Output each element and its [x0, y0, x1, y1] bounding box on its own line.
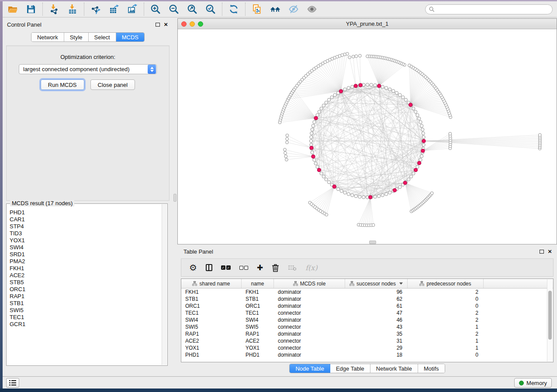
tab-edge-table[interactable]: Edge Table — [330, 364, 370, 373]
mcds-result-item[interactable]: CAR1 — [10, 216, 161, 223]
sort-indicator-icon — [399, 282, 403, 285]
cell-successor-nodes: 29 — [345, 345, 408, 351]
table-row[interactable]: FKH1FKH1dominator962 — [181, 289, 553, 296]
mcds-result-item[interactable]: FKH1 — [10, 265, 161, 272]
cell-MCDS-role: dominator — [274, 331, 345, 337]
zoom-out-icon[interactable] — [165, 2, 183, 16]
cell-name: ACE2 — [242, 338, 274, 344]
tab-mcds[interactable]: MCDS — [116, 33, 144, 41]
mcds-result-item[interactable]: STB1 — [10, 300, 161, 307]
export-network-icon[interactable] — [86, 2, 105, 16]
table-row[interactable]: SWI5SWI5connector431 — [181, 323, 553, 330]
vertical-splitter-handle[interactable] — [173, 194, 176, 202]
network-window-titlebar[interactable]: YPA_prune.txt_1 — [178, 19, 557, 29]
save-session-icon[interactable] — [22, 2, 40, 16]
mcds-result-item[interactable]: GCR1 — [10, 321, 161, 328]
zoom-in-icon[interactable] — [146, 2, 165, 16]
cell-shared-name: RAP1 — [181, 331, 242, 337]
table-row[interactable]: PHD1PHD1dominator180 — [181, 351, 553, 358]
cell-MCDS-role: dominator — [274, 296, 345, 302]
open-file-icon[interactable] — [3, 2, 22, 16]
search-icon — [429, 7, 435, 12]
table-row[interactable]: ORC1ORC1dominator610 — [181, 303, 553, 309]
memory-button[interactable]: Memory — [514, 378, 552, 388]
show-all-icon[interactable] — [303, 2, 321, 16]
column-header-name[interactable]: name — [242, 279, 274, 288]
mcds-result-item[interactable]: TEC1 — [10, 314, 161, 321]
zoom-selected-icon[interactable] — [201, 2, 220, 16]
table-row[interactable]: TEC1TEC1connector472 — [181, 309, 553, 316]
cell-MCDS-role: connector — [274, 310, 345, 316]
task-history-icon[interactable] — [6, 378, 19, 388]
tab-select[interactable]: Select — [89, 33, 116, 41]
table-row[interactable]: STB1STB1dominator620 — [181, 296, 553, 303]
import-table-icon[interactable] — [63, 2, 82, 16]
run-mcds-button[interactable]: Run MCDS — [41, 79, 84, 90]
table-row[interactable]: SWI4SWI4dominator462 — [181, 316, 553, 323]
cell-successor-nodes: 31 — [345, 338, 408, 344]
import-network-icon[interactable] — [45, 2, 63, 16]
tab-network[interactable]: Network — [31, 33, 64, 41]
refresh-layout-icon[interactable] — [225, 2, 243, 16]
table-panel: Table Panel × ⚙ ✓✓ ✚ f(x) shared namenam… — [177, 244, 557, 376]
tab-motifs[interactable]: Motifs — [418, 364, 445, 373]
cell-predecessor-nodes: 2 — [408, 289, 484, 295]
mcds-result-item[interactable]: STP4 — [10, 223, 161, 230]
cell-name: TEC1 — [242, 310, 274, 316]
table-settings-icon[interactable]: ⚙ — [189, 263, 197, 272]
mcds-result-item[interactable]: SWI4 — [10, 244, 161, 251]
export-image-icon[interactable] — [123, 2, 142, 16]
network-canvas[interactable] — [178, 29, 557, 244]
first-neighbors-icon[interactable] — [266, 2, 284, 16]
zoom-fit-icon[interactable] — [183, 2, 201, 16]
table-scrollbar[interactable] — [547, 279, 553, 361]
mcds-result-item[interactable]: STB5 — [10, 279, 161, 286]
criterion-dropdown[interactable]: largest connected component (undirected) — [19, 64, 157, 74]
select-all-icon[interactable]: ✓✓ — [221, 265, 231, 270]
search-input[interactable] — [437, 6, 549, 12]
control-panel-tabs: NetworkStyleSelectMCDS — [31, 32, 145, 42]
mcds-result-list[interactable]: PHD1CAR1STP4TID3YOX1SWI4SRD1PMA2FKH1ACE2… — [7, 206, 161, 365]
horizontal-splitter-handle[interactable] — [369, 241, 376, 244]
tab-style[interactable]: Style — [64, 33, 89, 41]
tab-node-table[interactable]: Node Table — [290, 364, 330, 373]
tab-network-table[interactable]: Network Table — [370, 364, 418, 373]
table-row[interactable]: YOX1YOX1connector291 — [181, 344, 553, 351]
table-row[interactable]: ACE2ACE2connector311 — [181, 337, 553, 344]
column-header-successor-nodes[interactable]: successor nodes — [345, 279, 408, 288]
show-columns-icon[interactable] — [206, 264, 212, 271]
table-scrollbar-thumb[interactable] — [548, 291, 552, 340]
close-panel-icon[interactable]: × — [548, 249, 552, 254]
deselect-all-icon[interactable] — [239, 266, 248, 270]
cell-successor-nodes: 35 — [345, 331, 408, 337]
network-view-window: YPA_prune.txt_1 — [177, 18, 557, 244]
add-icon[interactable]: ✚ — [257, 263, 263, 272]
float-panel-icon[interactable] — [540, 250, 544, 254]
mcds-result-item[interactable]: SRD1 — [10, 251, 161, 258]
mcds-result-item[interactable]: SWI5 — [10, 307, 161, 314]
mcds-result-item[interactable]: ORC1 — [10, 286, 161, 293]
mcds-result-item[interactable]: TID3 — [10, 230, 161, 237]
column-header-MCDS-role[interactable]: MCDS role — [274, 279, 345, 288]
mcds-result-item[interactable]: RAP1 — [10, 293, 161, 300]
mcds-result-item[interactable]: ACE2 — [10, 272, 161, 279]
mcds-result-item[interactable]: YOX1 — [10, 237, 161, 244]
delete-icon[interactable] — [272, 264, 279, 272]
export-table-icon[interactable] — [105, 2, 123, 16]
mcds-result-scrollbar[interactable] — [162, 204, 167, 365]
column-header-shared-name[interactable]: shared name — [181, 279, 242, 288]
close-panel-icon[interactable]: × — [164, 22, 168, 27]
mcds-result-item[interactable]: PHD1 — [10, 209, 161, 216]
column-header-predecessor-nodes[interactable]: predecessor nodes — [408, 279, 484, 288]
cell-name: ORC1 — [242, 303, 274, 309]
cell-name: SWI5 — [242, 324, 274, 330]
close-panel-button[interactable]: Close panel — [90, 79, 135, 90]
float-panel-icon[interactable] — [156, 23, 160, 27]
hide-selected-icon[interactable] — [284, 2, 303, 16]
cell-name: SWI4 — [242, 317, 274, 323]
control-panel-header: Control Panel × — [3, 17, 173, 30]
mcds-result-item[interactable]: PMA2 — [10, 258, 161, 265]
network-from-selection-icon[interactable] — [248, 2, 266, 16]
table-row[interactable]: RAP1RAP1dominator352 — [181, 330, 553, 337]
cell-shared-name: ACE2 — [181, 338, 242, 344]
